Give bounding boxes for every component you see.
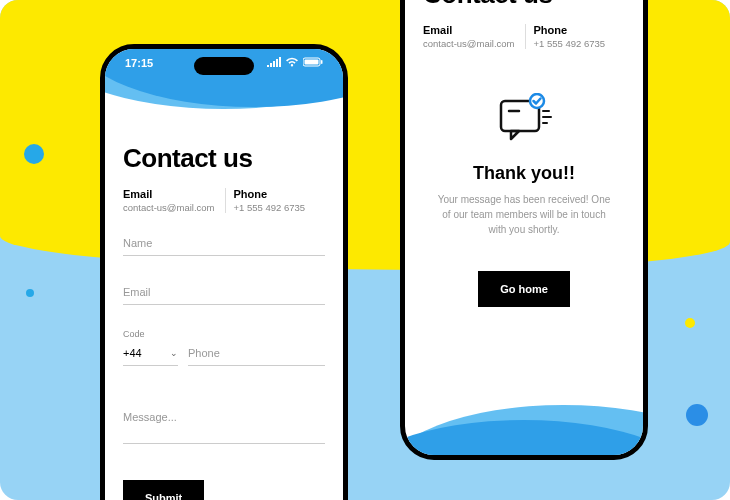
contact-email-block: Email contact-us@mail.com	[423, 24, 515, 49]
email-label: Email	[423, 24, 515, 36]
chevron-down-icon: ⌄	[170, 348, 178, 358]
code-value: +44	[123, 347, 142, 359]
contact-phone-block: Phone +1 555 492 6735	[225, 188, 326, 213]
name-input[interactable]	[123, 231, 325, 256]
page-title: Contact us	[423, 0, 625, 10]
email-value: contact-us@mail.com	[123, 202, 215, 213]
email-label: Email	[123, 188, 215, 200]
email-input[interactable]	[123, 280, 325, 305]
code-label: Code	[123, 329, 178, 339]
signal-icon	[267, 57, 281, 69]
svg-rect-1	[305, 60, 319, 65]
wave-footer	[405, 375, 643, 455]
bg-dot	[24, 144, 44, 164]
phone-label: Phone	[234, 188, 326, 200]
bg-dot	[685, 318, 695, 328]
phone-value: +1 555 492 6735	[234, 202, 326, 213]
notch	[194, 57, 254, 75]
contact-email-block: Email contact-us@mail.com	[123, 188, 215, 213]
code-select[interactable]: +44 ⌄	[123, 341, 178, 366]
phone-input[interactable]	[188, 341, 325, 366]
message-received-icon	[489, 93, 559, 149]
phone-label: Phone	[534, 24, 626, 36]
go-home-button[interactable]: Go home	[478, 271, 570, 307]
contact-info-row: Email contact-us@mail.com Phone +1 555 4…	[123, 188, 325, 213]
bg-dot	[686, 404, 708, 426]
phone-contact-form: 17:15 Contact us Email	[100, 44, 348, 500]
mockup-stage: 17:15 Contact us Email	[0, 0, 730, 500]
thank-you-title: Thank you!!	[437, 163, 611, 184]
page-title: Contact us	[123, 143, 325, 174]
status-time: 17:15	[125, 57, 153, 69]
thank-you-message: Your message has been received! One of o…	[437, 192, 611, 237]
message-input[interactable]	[123, 390, 325, 444]
email-value: contact-us@mail.com	[423, 38, 515, 49]
wifi-icon	[285, 57, 299, 69]
phone-thank-you: Contact us Email contact-us@mail.com Pho…	[400, 0, 648, 460]
contact-info-row: Email contact-us@mail.com Phone +1 555 4…	[423, 24, 625, 49]
bg-dot	[26, 289, 34, 297]
battery-icon	[303, 57, 323, 69]
submit-button[interactable]: Submit	[123, 480, 204, 500]
phone-value: +1 555 492 6735	[534, 38, 626, 49]
svg-rect-2	[321, 60, 323, 64]
contact-phone-block: Phone +1 555 492 6735	[525, 24, 626, 49]
